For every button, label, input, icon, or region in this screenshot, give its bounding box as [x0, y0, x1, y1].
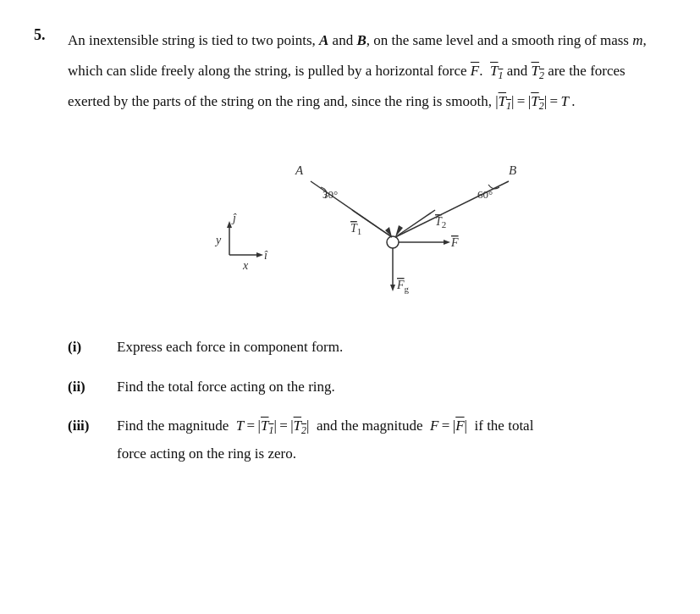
eq-F: F = |F| [430, 418, 467, 434]
svg-text:B: B [509, 163, 516, 177]
force-F: F [471, 63, 479, 79]
problem-number: 5. [34, 25, 68, 479]
eq-T: T = |T1| = |T2| [236, 418, 310, 434]
svg-marker-5 [256, 252, 263, 257]
svg-text:Fg: Fg [396, 279, 410, 294]
tension-T2: T2 [531, 63, 543, 79]
svg-text:T2: T2 [435, 215, 446, 230]
svg-text:î: î [264, 249, 268, 262]
mass-m: m [632, 32, 642, 48]
sub-question-iii: (iii) Find the magnitude T = |T1| = |T2|… [68, 412, 666, 467]
sub-question-i: (i) Express each force in component form… [68, 334, 666, 361]
smooth-equation: |T1| = |T2| = T [495, 93, 569, 109]
problem-container: 5. An inextensible string is tied to two… [34, 25, 666, 479]
sub-label-iii: (iii) [68, 412, 117, 467]
svg-marker-25 [390, 285, 395, 291]
svg-marker-1 [227, 221, 232, 228]
svg-marker-22 [444, 240, 450, 245]
diagram-container: ĵ y î x A B [68, 132, 666, 318]
tension-T1: T1 [490, 63, 503, 79]
sub-text-iii: Find the magnitude T = |T1| = |T2| and t… [117, 412, 666, 467]
svg-text:y: y [214, 234, 222, 246]
svg-point-8 [387, 236, 399, 248]
sub-text-i: Express each force in component form. [117, 334, 666, 361]
problem-content: An inextensible string is tied to two po… [68, 25, 666, 479]
point-B: B [356, 32, 366, 48]
svg-line-18 [395, 210, 435, 237]
svg-text:F: F [450, 236, 459, 249]
sub-question-ii: (ii) Find the total force acting on the … [68, 373, 666, 401]
sub-label-ii: (ii) [68, 373, 117, 401]
svg-text:ĵ: ĵ [231, 212, 237, 224]
svg-text:A: A [295, 163, 304, 177]
sub-questions: (i) Express each force in component form… [68, 334, 666, 467]
svg-text:30°: 30° [322, 188, 338, 201]
svg-text:60°: 60° [477, 188, 493, 201]
sub-text-iii-cont: force acting on the ring is zero. [117, 445, 296, 462]
svg-text:T1: T1 [350, 222, 361, 236]
sub-label-i: (i) [68, 334, 117, 361]
text-line1: An inextensible string is tied to two po… [68, 25, 666, 117]
sub-text-ii: Find the total force acting on the ring. [117, 373, 666, 401]
svg-marker-16 [385, 227, 392, 237]
point-A: A [319, 32, 328, 48]
problem-text: An inextensible string is tied to two po… [68, 25, 666, 117]
svg-text:x: x [242, 259, 249, 272]
force-diagram: ĵ y î x A B [185, 132, 549, 318]
